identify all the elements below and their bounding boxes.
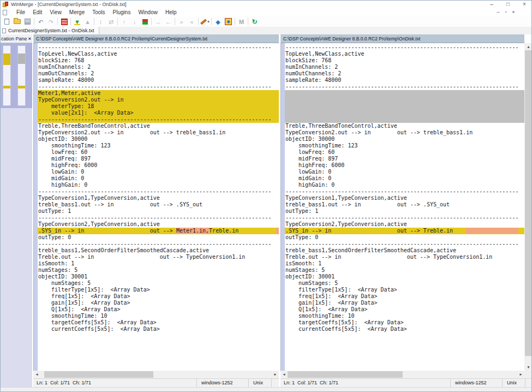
tab-current-designer-system[interactable]: CurrentDesignerSystem.txt - OnDisk.txt	[1, 27, 99, 34]
editor-line[interactable]: TypeConversion1,TypeConversion,active	[38, 195, 279, 201]
editor-line[interactable]: Q[1x5]: <Array Data>	[285, 306, 524, 313]
editor-line[interactable]: numStages: 5	[38, 280, 279, 287]
editor-line[interactable]: blockSize: 768	[285, 57, 524, 64]
editor-line[interactable]: ----------------------------------------…	[38, 241, 279, 247]
scroll-right-icon[interactable]: ▸	[272, 371, 279, 378]
open-button[interactable]	[12, 17, 22, 26]
editor-line[interactable]	[285, 103, 524, 110]
editor-line[interactable]: midFreq: 897	[285, 156, 524, 162]
editor-line[interactable]: Treble.out --> in out --> TypeConversion…	[285, 254, 524, 260]
editor-line[interactable]: ----------------------------------------…	[38, 44, 279, 51]
refresh-button[interactable]: ↻	[249, 17, 260, 26]
options-button[interactable]	[59, 17, 69, 26]
maximize-button[interactable]: □	[500, 1, 516, 8]
editor-line[interactable]	[285, 110, 524, 116]
save-button[interactable]	[22, 17, 33, 26]
menu-item-tools[interactable]: Tools	[88, 8, 109, 16]
editor-line[interactable]: objectID: 30001	[285, 274, 524, 280]
editor-line[interactable]: isSmooth: 1	[285, 260, 524, 267]
location-pane-close-icon[interactable]: ×	[28, 34, 31, 43]
left-editor-pane[interactable]: ----------------------------------------…	[38, 43, 279, 371]
editor-line[interactable]: ----------------------------------------…	[285, 84, 524, 90]
compare-files-button[interactable]: ◆	[213, 17, 223, 26]
editor-line[interactable]: ----------------------------------------…	[38, 188, 279, 195]
right-editor-pane[interactable]: ----------------------------------------…	[285, 43, 524, 371]
menu-item-edit[interactable]: Edit	[29, 8, 46, 16]
editor-line[interactable]: blockSize: 768	[38, 57, 279, 64]
editor-line[interactable]: freq[1x5]: <Array Data>	[38, 293, 279, 300]
editor-line[interactable]: .SYS_in --> in out --> Treble.in	[285, 228, 524, 234]
scroll-up-icon[interactable]: ▴	[524, 43, 532, 50]
copy-left-advance-button[interactable]: «	[187, 17, 197, 26]
first-difference-button[interactable]: ↑	[119, 17, 129, 26]
select-difference-button[interactable]: ⇄	[106, 17, 116, 26]
editor-line[interactable]: midGain: 0	[285, 175, 524, 182]
redo-button[interactable]: ↷	[46, 17, 56, 26]
editor-line[interactable]: numStages: 5	[285, 267, 524, 274]
editor-line[interactable]: outType: 0	[38, 234, 279, 241]
editor-line[interactable]: freq[1x5]: <Array Data>	[285, 293, 524, 300]
editor-line[interactable]	[285, 97, 524, 103]
editor-line[interactable]: ----------------------------------------…	[285, 44, 524, 51]
editor-line[interactable]: TypeConversion2.out --> in out --> trebl…	[38, 129, 279, 136]
editor-line[interactable]: TypeConversion2,TypeConversion,active	[38, 221, 279, 228]
editor-line[interactable]: lowFreq: 60	[285, 149, 524, 156]
editor-line[interactable]: lowGain: 0	[38, 169, 279, 175]
editor-line[interactable]: targetCoeffs[5x5]: <Array Data>	[285, 319, 524, 326]
left-horizontal-scroll-thumb[interactable]	[44, 371, 153, 378]
menu-item-merge[interactable]: Merge	[65, 8, 88, 16]
editor-line[interactable]: filterType[1x5]: <Array Data>	[285, 287, 524, 293]
close-button[interactable]: ×	[516, 1, 532, 8]
editor-line[interactable]: smoothingTime: 10	[285, 313, 524, 319]
left-location-bar[interactable]	[3, 45, 11, 106]
editor-line[interactable]: Treble.out --> in out --> TypeConversion…	[38, 254, 279, 260]
mdi-minimize-button[interactable]: –	[494, 8, 502, 16]
menu-item-view[interactable]: View	[46, 8, 65, 16]
editor-line[interactable]: lowGain: 0	[285, 169, 524, 175]
editor-line[interactable]: midFreq: 897	[38, 156, 279, 162]
last-difference-button[interactable]: ↓	[129, 17, 140, 26]
editor-line[interactable]: gain[1x5]: <Array Data>	[285, 300, 524, 306]
merge-mode-button[interactable]: M	[236, 17, 247, 26]
previous-difference-button[interactable]: ▲	[82, 17, 93, 26]
editor-line[interactable]: smoothingTime: 10	[38, 313, 279, 319]
editor-line[interactable]: ----------------------------------------…	[285, 241, 524, 247]
editor-line[interactable]: isSmooth: 1	[38, 260, 279, 267]
current-difference-button[interactable]: ↕	[95, 17, 106, 26]
editor-line[interactable]: gain[1x5]: <Array Data>	[38, 300, 279, 306]
right-location-bar[interactable]	[17, 45, 26, 106]
editor-line[interactable]: outType: 1	[38, 208, 279, 215]
next-difference-button[interactable]: ▼	[72, 17, 82, 26]
editor-line[interactable]: Treble,ThreeBandToneControl,active	[285, 123, 524, 129]
editor-line[interactable]: outType: 0	[285, 234, 524, 241]
editor-line[interactable]: objectID: 30000	[285, 136, 524, 142]
scroll-down-icon[interactable]: ▾	[524, 364, 532, 371]
editor-line[interactable]: Treble,ThreeBandToneControl,active	[38, 123, 279, 129]
menu-item-plugins[interactable]: Plugins	[109, 8, 135, 16]
editor-line[interactable]: highGain: 0	[38, 182, 279, 188]
left-horizontal-scrollbar[interactable]: ◂ ▸	[33, 371, 279, 378]
editor-line[interactable]: TopLevel,NewClass,active	[285, 51, 524, 57]
editor-line[interactable]: currentCoeffs[5x5]: <Array Data>	[285, 326, 524, 332]
editor-line[interactable]: TypeConversion2,TypeConversion,active	[285, 221, 524, 228]
editor-line[interactable]: highGain: 0	[285, 182, 524, 188]
scroll-left-icon[interactable]: ◂	[280, 371, 288, 378]
undo-button[interactable]: ↶	[35, 17, 46, 26]
vertical-scrollbar[interactable]: ▴ ▾	[524, 43, 532, 371]
copy-right-advance-button[interactable]: »	[176, 17, 187, 26]
editor-line[interactable]: numInChannels: 2	[285, 64, 524, 70]
editor-line[interactable]: numOutChannels: 2	[285, 70, 524, 77]
editor-line[interactable]: ----------------------------------------…	[38, 84, 279, 90]
editor-line[interactable]: ----------------------------------------…	[285, 188, 524, 195]
mdi-close-button[interactable]: ×	[510, 8, 517, 16]
vertical-scroll-thumb[interactable]	[525, 50, 532, 356]
editor-line[interactable]: numStages: 5	[38, 267, 279, 274]
right-horizontal-scroll-thumb[interactable]	[288, 371, 403, 378]
editor-line[interactable]: ----------------------------------------…	[38, 116, 279, 123]
editor-line[interactable]: treble_bass1,SecondOrderFilterSmoothedCa…	[38, 247, 279, 254]
new-button[interactable]	[2, 17, 12, 26]
menu-item-help[interactable]: Help	[162, 8, 181, 16]
menu-item-file[interactable]: File	[13, 8, 29, 16]
goto-last-diff-button[interactable]	[140, 17, 150, 26]
editor-line[interactable]	[285, 116, 524, 123]
